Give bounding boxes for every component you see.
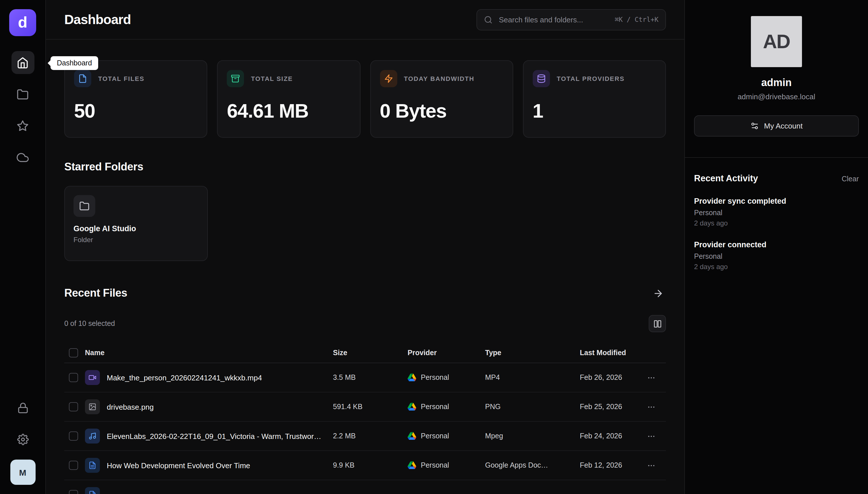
see-all-button[interactable] bbox=[650, 285, 666, 301]
row-menu-button[interactable] bbox=[643, 487, 659, 494]
sidebar-item-settings[interactable] bbox=[11, 428, 34, 451]
sidebar-item-dashboard[interactable] bbox=[11, 51, 34, 74]
file-modified: Feb 12, 2026 bbox=[580, 461, 643, 469]
file-size: 591.4 KB bbox=[333, 403, 408, 411]
row-checkbox[interactable] bbox=[69, 402, 78, 411]
bolt-icon bbox=[380, 70, 397, 87]
table-row[interactable]: drivebase.png 591.4 KB Personal PNG Feb … bbox=[64, 393, 666, 422]
file-type: MP4 bbox=[485, 374, 580, 382]
google-drive-icon bbox=[408, 403, 416, 411]
row-menu-button[interactable] bbox=[643, 457, 659, 473]
table-row[interactable]: Make_the_person_202602241241_wkkxb.mp4 3… bbox=[64, 363, 666, 393]
table-row[interactable]: ElevenLabs_2026-02-22T16_09_01_Victoria … bbox=[64, 422, 666, 451]
document-file-icon bbox=[85, 458, 100, 473]
app-root: d bbox=[0, 0, 868, 494]
sidebar-item-files[interactable] bbox=[11, 83, 34, 106]
workspace-avatar-initial: M bbox=[19, 467, 26, 477]
file-size: 2.2 MB bbox=[333, 432, 408, 440]
activity-item-title: Provider sync completed bbox=[694, 197, 859, 205]
database-icon bbox=[533, 70, 550, 87]
table-row[interactable]: How Web Development Evolved Over Time 9.… bbox=[64, 451, 666, 480]
row-menu-button[interactable] bbox=[643, 369, 659, 385]
stat-label: TOTAL PROVIDERS bbox=[557, 75, 625, 82]
sidebar-bottom: M bbox=[10, 397, 35, 485]
table-row[interactable] bbox=[64, 480, 666, 494]
app-logo[interactable]: d bbox=[9, 9, 36, 36]
avatar-initials: AD bbox=[763, 31, 790, 53]
file-name: ElevenLabs_2026-02-22T16_09_01_Victoria … bbox=[107, 432, 321, 440]
search-bar[interactable]: ⌘K / Ctrl+K bbox=[477, 9, 666, 30]
sidebar-item-starred[interactable] bbox=[11, 114, 34, 137]
activity-item: Provider sync completed Personal 2 days … bbox=[694, 197, 859, 227]
file-modified: Feb 24, 2026 bbox=[580, 432, 643, 440]
activity-item-time: 2 days ago bbox=[694, 263, 859, 271]
profile-name: admin bbox=[694, 77, 859, 89]
search-input[interactable] bbox=[498, 15, 610, 24]
image-file-icon bbox=[85, 399, 100, 414]
stat-value: 0 Bytes bbox=[380, 100, 503, 122]
file-provider: Personal bbox=[421, 374, 449, 382]
file-provider: Personal bbox=[421, 432, 449, 440]
selection-status: 0 of 10 selected bbox=[64, 320, 115, 328]
stat-value: 50 bbox=[74, 100, 198, 122]
clear-activity-button[interactable]: Clear bbox=[842, 175, 859, 183]
search-icon bbox=[484, 15, 493, 24]
gear-icon bbox=[17, 434, 29, 445]
my-account-label: My Account bbox=[764, 122, 802, 130]
stat-label: TOTAL SIZE bbox=[251, 75, 293, 82]
workspace-avatar[interactable]: M bbox=[10, 460, 35, 485]
app-logo-letter: d bbox=[18, 14, 27, 32]
video-file-icon bbox=[85, 370, 100, 385]
row-checkbox[interactable] bbox=[69, 461, 78, 470]
page-title: Dashboard bbox=[64, 12, 131, 27]
sidebar-item-providers[interactable] bbox=[11, 146, 34, 169]
sliders-icon bbox=[750, 122, 759, 130]
arrow-right-icon bbox=[652, 288, 663, 299]
dashboard-content: TOTAL FILES 50 TOTAL SIZE 64.61 MB bbox=[46, 40, 684, 494]
row-checkbox[interactable] bbox=[69, 373, 78, 382]
sidebar: d bbox=[0, 0, 46, 494]
select-all-checkbox[interactable] bbox=[69, 348, 78, 357]
sidebar-item-security[interactable] bbox=[11, 397, 34, 419]
stat-label: TOTAL FILES bbox=[98, 75, 144, 82]
activity-item-subtitle: Personal bbox=[694, 252, 859, 261]
file-icon bbox=[74, 70, 91, 87]
activity-item-time: 2 days ago bbox=[694, 219, 859, 227]
columns-icon bbox=[653, 319, 662, 328]
recent-files-section: Recent Files 0 of 10 selected bbox=[64, 285, 666, 494]
my-account-button[interactable]: My Account bbox=[694, 115, 859, 136]
column-header-name: Name bbox=[85, 348, 333, 357]
home-icon bbox=[17, 57, 29, 69]
main-content: Dashboard ⌘K / Ctrl+K TOTAL FILES bbox=[46, 0, 684, 494]
avatar: AD bbox=[751, 16, 802, 67]
file-type: Mpeg bbox=[485, 432, 580, 440]
files-table: Name Size Provider Type Last Modified bbox=[64, 343, 666, 494]
column-header-modified: Last Modified bbox=[580, 348, 643, 357]
ellipsis-icon bbox=[647, 432, 655, 440]
row-menu-button[interactable] bbox=[643, 428, 659, 444]
column-header-provider: Provider bbox=[408, 348, 485, 357]
starred-folder-card[interactable]: Google AI Studio Folder bbox=[64, 186, 208, 261]
row-menu-button[interactable] bbox=[643, 399, 659, 415]
columns-toggle-button[interactable] bbox=[649, 315, 666, 332]
stat-value: 1 bbox=[533, 100, 657, 122]
table-header-row: Name Size Provider Type Last Modified bbox=[64, 343, 666, 363]
main-header: Dashboard ⌘K / Ctrl+K bbox=[46, 0, 684, 40]
column-header-type: Type bbox=[485, 348, 580, 357]
search-shortcut: ⌘K / Ctrl+K bbox=[615, 16, 659, 23]
file-size: 9.9 KB bbox=[333, 461, 408, 469]
divider bbox=[685, 157, 868, 158]
row-checkbox[interactable] bbox=[69, 490, 78, 494]
stat-card-total-files: TOTAL FILES 50 bbox=[64, 60, 207, 138]
file-provider: Personal bbox=[421, 403, 449, 411]
file-modified: Feb 25, 2026 bbox=[580, 403, 643, 411]
stat-value: 64.61 MB bbox=[227, 100, 351, 122]
row-checkbox[interactable] bbox=[69, 432, 78, 441]
stat-card-today-bandwidth: TODAY BANDWIDTH 0 Bytes bbox=[370, 60, 513, 138]
tooltip-dashboard: Dashboard bbox=[51, 56, 98, 70]
ellipsis-icon bbox=[647, 461, 655, 470]
ellipsis-icon bbox=[647, 402, 655, 411]
stat-card-total-size: TOTAL SIZE 64.61 MB bbox=[217, 60, 361, 138]
document-file-icon bbox=[85, 487, 100, 494]
google-drive-icon bbox=[408, 432, 416, 440]
